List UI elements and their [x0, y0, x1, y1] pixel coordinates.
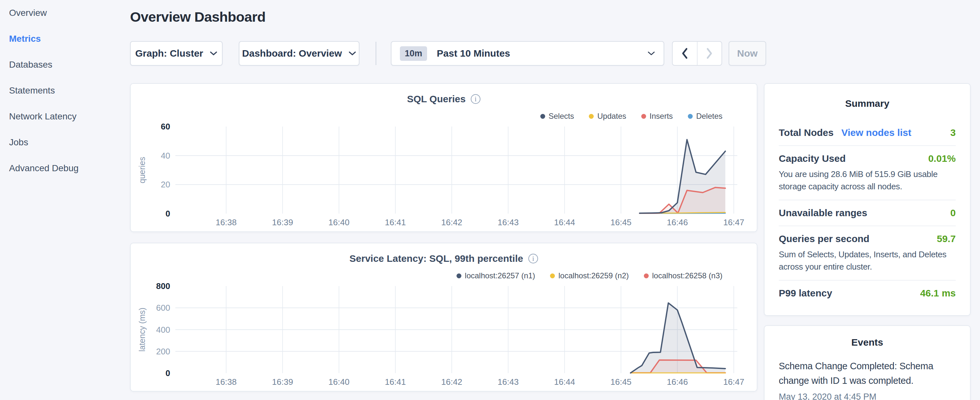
svg-text:16:44: 16:44 — [554, 217, 575, 227]
svg-text:16:43: 16:43 — [498, 377, 519, 387]
summary-row-queries-per-second: Queries per second59.7Sum of Selects, Up… — [779, 226, 956, 280]
graph-select[interactable]: Graph: Cluster — [130, 41, 223, 66]
sql-queries-chart[interactable]: 16:3816:3916:4016:4116:4216:4316:4416:45… — [131, 84, 758, 233]
svg-text:16:46: 16:46 — [667, 377, 688, 387]
sidebar-item-jobs[interactable]: Jobs — [0, 129, 130, 155]
svg-text:0: 0 — [165, 368, 170, 378]
event-item: Schema Change Completed: Schema change w… — [779, 359, 956, 400]
summary-row-value: 0 — [950, 207, 956, 218]
svg-text:16:39: 16:39 — [272, 377, 293, 387]
summary-row-label: Capacity Used — [779, 153, 846, 164]
svg-text:0: 0 — [165, 209, 170, 218]
svg-text:16:44: 16:44 — [554, 377, 575, 387]
svg-text:600: 600 — [156, 303, 170, 312]
service-latency-chart[interactable]: 16:3816:3916:4016:4116:4216:4316:4416:45… — [131, 243, 758, 392]
svg-text:16:47: 16:47 — [723, 217, 744, 227]
chevron-right-icon — [705, 47, 714, 60]
svg-text:800: 800 — [156, 281, 170, 291]
summary-row-p99-latency: P99 latency46.1 ms — [779, 280, 956, 306]
summary-row-label: P99 latency — [779, 288, 832, 299]
svg-text:16:45: 16:45 — [611, 377, 632, 387]
summary-row-label: Queries per second — [779, 233, 869, 244]
svg-text:16:41: 16:41 — [385, 217, 406, 227]
time-range-label: Past 10 Minutes — [437, 48, 648, 59]
svg-text:200: 200 — [156, 347, 170, 356]
summary-row-capacity-used: Capacity Used0.01%You are using 28.6 MiB… — [779, 145, 956, 200]
summary-row-label: Total Nodes — [779, 127, 834, 138]
sidebar-item-databases[interactable]: Databases — [0, 52, 130, 78]
event-text: Schema Change Completed: Schema change w… — [779, 359, 949, 388]
chevron-down-icon — [648, 51, 655, 56]
sidebar-item-metrics[interactable]: Metrics — [0, 26, 130, 52]
app-root: { "sidebar": { "items": [ {"label": "Ove… — [0, 0, 980, 400]
service-latency-chart-card: Service Latency: SQL, 99th percentile i … — [130, 243, 757, 392]
sidebar-item-network-latency[interactable]: Network Latency — [0, 104, 130, 129]
summary-row-value: 3 — [950, 127, 956, 138]
svg-text:16:42: 16:42 — [441, 217, 462, 227]
summary-rows: Total NodesView nodes list3Capacity Used… — [779, 120, 956, 306]
summary-row-label: Unavailable ranges — [779, 207, 867, 218]
svg-text:60: 60 — [161, 122, 170, 131]
svg-text:16:39: 16:39 — [272, 217, 293, 227]
now-button[interactable]: Now — [729, 41, 766, 66]
summary-title: Summary — [779, 98, 956, 109]
page-title: Overview Dashboard — [130, 8, 266, 26]
sidebar-item-statements[interactable]: Statements — [0, 78, 130, 104]
svg-text:16:45: 16:45 — [611, 217, 632, 227]
svg-text:16:46: 16:46 — [667, 217, 688, 227]
svg-text:latency (ms): latency (ms) — [137, 308, 146, 351]
sidebar-item-advanced-debug[interactable]: Advanced Debug — [0, 155, 130, 181]
sidebar-item-overview[interactable]: Overview — [0, 0, 130, 26]
chevron-down-icon — [348, 51, 356, 56]
svg-text:40: 40 — [161, 151, 170, 161]
controls-divider — [375, 42, 376, 65]
sql-queries-chart-card: SQL Queries i SelectsUpdatesInsertsDelet… — [130, 83, 757, 232]
svg-text:16:47: 16:47 — [723, 377, 744, 387]
event-date: May 13, 2020 at 4:45 PM — [779, 392, 956, 400]
svg-text:queries: queries — [137, 157, 146, 183]
summary-panel: Summary Total NodesView nodes list3Capac… — [764, 83, 970, 316]
summary-row-total-nodes: Total NodesView nodes list3 — [779, 120, 956, 145]
svg-text:400: 400 — [156, 325, 170, 335]
time-range-select[interactable]: 10m Past 10 Minutes — [391, 41, 664, 66]
events-title: Events — [779, 337, 956, 348]
time-back-button[interactable] — [673, 42, 697, 65]
time-forward-button[interactable] — [697, 42, 722, 65]
summary-row-subtext: Sum of Selects, Updates, Inserts, and De… — [779, 248, 956, 273]
svg-text:20: 20 — [161, 180, 170, 189]
svg-text:16:41: 16:41 — [385, 377, 406, 387]
view-nodes-list-link[interactable]: View nodes list — [841, 127, 911, 138]
sidebar: OverviewMetricsDatabasesStatementsNetwor… — [0, 0, 130, 400]
summary-row-unavailable-ranges: Unavailable ranges0 — [779, 200, 956, 226]
svg-text:16:42: 16:42 — [441, 377, 462, 387]
summary-row-value: 59.7 — [937, 233, 956, 244]
time-range-badge: 10m — [400, 46, 427, 61]
graph-select-label: Graph: Cluster — [135, 48, 203, 59]
svg-text:16:40: 16:40 — [328, 377, 349, 387]
summary-row-value: 46.1 ms — [920, 288, 956, 299]
chevron-down-icon — [210, 51, 217, 56]
svg-text:16:38: 16:38 — [215, 377, 237, 387]
chevron-left-icon — [680, 47, 689, 60]
svg-text:16:40: 16:40 — [328, 217, 349, 227]
summary-row-subtext: You are using 28.6 MiB of 515.9 GiB usab… — [779, 168, 956, 193]
events-panel: Events Schema Change Completed: Schema c… — [764, 325, 970, 400]
dashboard-select[interactable]: Dashboard: Overview — [239, 41, 360, 66]
svg-text:16:43: 16:43 — [498, 217, 519, 227]
time-pager — [672, 41, 722, 66]
dashboard-select-label: Dashboard: Overview — [242, 48, 342, 59]
events-list: Schema Change Completed: Schema change w… — [779, 359, 956, 400]
summary-row-value: 0.01% — [928, 153, 956, 164]
svg-text:16:38: 16:38 — [215, 217, 237, 227]
